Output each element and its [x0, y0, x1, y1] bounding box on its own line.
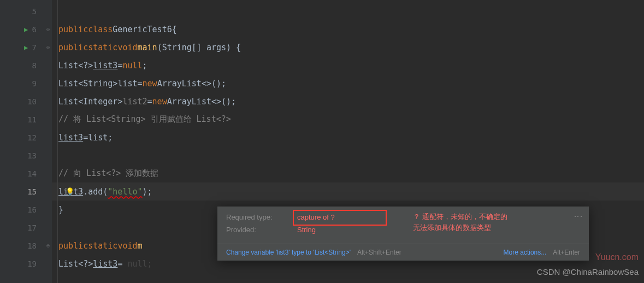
tooltip-required-type: capture of ? [297, 213, 335, 221]
gutter-line: 19 [0, 255, 52, 273]
tooltip-label: Required type: [226, 213, 297, 221]
line-number: 8 [32, 61, 37, 70]
line-number: 6 [32, 25, 37, 34]
gutter-line: 10 [0, 92, 52, 110]
line-number: 16 [27, 205, 37, 214]
gutter-line: ▶6⊖ [0, 20, 52, 38]
line-number: 10 [27, 97, 37, 106]
shortcut-hint: Alt+Shift+Enter [357, 249, 401, 256]
watermark: CSDN @ChinaRainbowSea [537, 267, 639, 276]
error-tooltip: Required type: capture of ? Provided: St… [217, 207, 589, 261]
line-number: 13 [27, 151, 37, 160]
gutter-line: 9 [0, 74, 52, 92]
line-number: 12 [27, 133, 37, 142]
quickfix-link[interactable]: Change variable 'list3' type to 'List<St… [226, 249, 351, 256]
code-line[interactable]: 💡 list3.add("hello"); [52, 182, 644, 201]
line-number: 9 [32, 79, 37, 88]
gutter-line: ▶7⊖ [0, 38, 52, 56]
tooltip-footer: Change variable 'list3' type to 'List<St… [217, 244, 589, 261]
gutter-line: 12 [0, 128, 52, 146]
annotation-text: ？ 通配符，未知的，不确定的 无法添加具体的数据类型 [413, 211, 507, 233]
code-line[interactable]: List<Integer> list2 = new ArrayList<>(); [52, 92, 644, 110]
code-line[interactable]: list3 = list; [52, 128, 644, 146]
error-span: "hello" [108, 187, 142, 197]
shortcut-hint: Alt+Enter [553, 249, 580, 256]
gutter-line: 18⊖ [0, 237, 52, 255]
more-actions-link[interactable]: More actions... [504, 249, 547, 256]
line-number: 19 [27, 260, 37, 268]
gutter-line: 5 [0, 2, 52, 20]
line-number: 5 [32, 7, 37, 16]
gutter-line: 13 [0, 146, 52, 164]
gutter-line: 16 [0, 201, 52, 219]
watermark: Yuucn.com [595, 252, 639, 262]
code-line[interactable]: // 将 List<String> 引用赋值给 List<?> [52, 110, 644, 128]
gutter-line: 14 [0, 164, 52, 182]
gutter-line: 17 [0, 219, 52, 237]
gutter-line: 11 [0, 110, 52, 128]
code-line[interactable]: // 向 List<?> 添加数据 [52, 164, 644, 182]
fold-icon[interactable]: ⊖ [46, 44, 50, 50]
fold-icon[interactable]: ⊖ [46, 243, 50, 249]
code-line[interactable] [52, 2, 644, 20]
run-icon[interactable]: ▶ [24, 26, 28, 33]
gutter-line: 15 [0, 182, 52, 201]
more-icon[interactable]: ⋮ [573, 212, 583, 221]
code-line[interactable]: List<String> list = new ArrayList<>(); [52, 74, 644, 92]
gutter-line: 8 [0, 56, 52, 74]
code-line[interactable]: List<?> list3 = null; [52, 56, 644, 74]
line-number: 11 [27, 115, 37, 124]
line-number: 17 [27, 223, 37, 232]
indent-guide [57, 0, 58, 283]
line-number: 14 [27, 169, 37, 178]
fold-icon[interactable]: ⊖ [46, 26, 50, 32]
line-number: 18 [27, 241, 37, 250]
tooltip-label: Provided: [226, 226, 297, 234]
error-bulb-icon[interactable]: 💡 [66, 187, 74, 196]
line-number: 15 [27, 187, 37, 196]
line-number: 7 [32, 43, 37, 52]
code-line[interactable]: public static void main(String[] args) { [52, 38, 644, 56]
run-icon[interactable]: ▶ [24, 44, 28, 51]
tooltip-provided-type: String [297, 226, 316, 234]
code-line[interactable]: public class GenericTest6 { [52, 20, 644, 38]
gutter: 5 ▶6⊖ ▶7⊖ 8 9 10 11 12 13 14 15 16 17 18… [0, 0, 52, 283]
code-line[interactable] [52, 146, 644, 164]
